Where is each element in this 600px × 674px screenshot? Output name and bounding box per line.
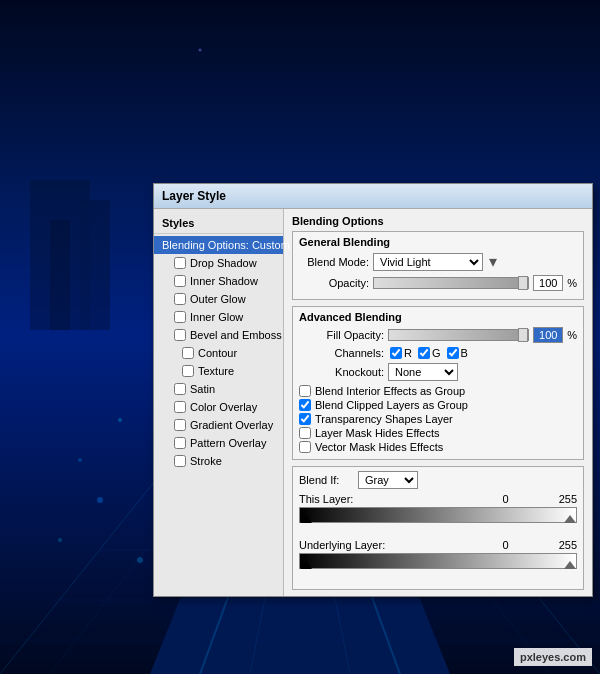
- style-item-inner-shadow[interactable]: Inner Shadow: [154, 272, 283, 290]
- channel-g-checkbox[interactable]: [418, 347, 430, 359]
- channel-r-label: R: [404, 347, 412, 359]
- style-item-color-overlay[interactable]: Color Overlay: [154, 398, 283, 416]
- style-item-bevel-emboss[interactable]: Bevel and Emboss: [154, 326, 283, 344]
- advanced-blending-group: Advanced Blending Fill Opacity: % Channe…: [292, 306, 584, 460]
- knockout-select[interactable]: None Shallow Deep: [388, 363, 458, 381]
- blend-clipped-layers-checkbox[interactable]: [299, 399, 311, 411]
- pattern-overlay-checkbox[interactable]: [174, 437, 186, 449]
- channel-r-group: R: [390, 347, 412, 359]
- style-item-blending-options[interactable]: Blending Options: Custom: [154, 236, 283, 254]
- this-layer-gradient-track[interactable]: [299, 507, 577, 523]
- underlying-layer-max: 255: [559, 539, 577, 551]
- this-layer-label: This Layer:: [299, 493, 389, 505]
- styles-header: Styles: [154, 213, 283, 234]
- style-item-texture[interactable]: Texture: [154, 362, 283, 380]
- opacity-slider[interactable]: [373, 277, 529, 289]
- style-item-label: Blending Options: Custom: [162, 239, 290, 251]
- channel-g-label: G: [432, 347, 441, 359]
- channel-b-label: B: [461, 347, 468, 359]
- style-item-label: Satin: [190, 383, 215, 395]
- transparency-shapes-checkbox[interactable]: [299, 413, 311, 425]
- transparency-shapes-row: Transparency Shapes Layer: [299, 413, 577, 425]
- vector-mask-hides-label: Vector Mask Hides Effects: [315, 441, 443, 453]
- style-item-label: Drop Shadow: [190, 257, 257, 269]
- opacity-value[interactable]: 100: [533, 275, 563, 291]
- style-item-label: Gradient Overlay: [190, 419, 273, 431]
- outer-glow-checkbox[interactable]: [174, 293, 186, 305]
- opacity-row: Opacity: 100 %: [299, 275, 577, 291]
- style-item-satin[interactable]: Satin: [154, 380, 283, 398]
- underlying-layer-gradient-track[interactable]: [299, 553, 577, 569]
- transparency-shapes-label: Transparency Shapes Layer: [315, 413, 453, 425]
- style-item-outer-glow[interactable]: Outer Glow: [154, 290, 283, 308]
- blend-mode-label: Blend Mode:: [299, 256, 369, 268]
- this-layer-right-handle[interactable]: [564, 515, 576, 523]
- blend-clipped-layers-label: Blend Clipped Layers as Group: [315, 399, 468, 411]
- fill-opacity-percent: %: [567, 329, 577, 341]
- opacity-percent: %: [567, 277, 577, 289]
- this-layer-values: 0 255: [503, 493, 577, 505]
- gradient-overlay-checkbox[interactable]: [174, 419, 186, 431]
- stroke-checkbox[interactable]: [174, 455, 186, 467]
- style-item-inner-glow[interactable]: Inner Glow: [154, 308, 283, 326]
- style-item-gradient-overlay[interactable]: Gradient Overlay: [154, 416, 283, 434]
- blend-interior-effects-row: Blend Interior Effects as Group: [299, 385, 577, 397]
- inner-glow-checkbox[interactable]: [174, 311, 186, 323]
- blend-if-select[interactable]: Gray Red Green Blue: [358, 471, 418, 489]
- style-item-label: Contour: [198, 347, 237, 359]
- blend-interior-effects-label: Blend Interior Effects as Group: [315, 385, 465, 397]
- underlying-layer-right-handle[interactable]: [564, 561, 576, 569]
- general-blending-group: General Blending Blend Mode: Vivid Light…: [292, 231, 584, 300]
- style-item-stroke[interactable]: Stroke: [154, 452, 283, 470]
- svg-point-8: [118, 418, 122, 422]
- svg-point-10: [97, 497, 103, 503]
- channel-b-checkbox[interactable]: [447, 347, 459, 359]
- style-item-label: Stroke: [190, 455, 222, 467]
- style-item-label: Texture: [198, 365, 234, 377]
- channel-r-checkbox[interactable]: [390, 347, 402, 359]
- underlying-layer-left-handle[interactable]: [300, 561, 312, 569]
- texture-checkbox[interactable]: [182, 365, 194, 377]
- underlying-layer-label: Underlying Layer:: [299, 539, 389, 551]
- style-item-label: Bevel and Emboss: [190, 329, 282, 341]
- layer-mask-hides-checkbox[interactable]: [299, 427, 311, 439]
- inner-shadow-checkbox[interactable]: [174, 275, 186, 287]
- channel-b-group: B: [447, 347, 468, 359]
- svg-point-11: [58, 538, 62, 542]
- style-item-pattern-overlay[interactable]: Pattern Overlay: [154, 434, 283, 452]
- vector-mask-hides-row: Vector Mask Hides Effects: [299, 441, 577, 453]
- drop-shadow-checkbox[interactable]: [174, 257, 186, 269]
- layer-style-dialog: Layer Style Styles Blending Options: Cus…: [153, 183, 593, 597]
- svg-point-17: [199, 49, 202, 52]
- blend-if-section: Blend If: Gray Red Green Blue This Layer…: [292, 466, 584, 590]
- satin-checkbox[interactable]: [174, 383, 186, 395]
- contour-checkbox[interactable]: [182, 347, 194, 359]
- blend-if-row: Blend If: Gray Red Green Blue: [299, 471, 577, 489]
- dialog-body: Styles Blending Options: Custom Drop Sha…: [154, 209, 592, 596]
- style-item-label: Pattern Overlay: [190, 437, 266, 449]
- blend-if-label: Blend If:: [299, 474, 354, 486]
- blend-mode-dropdown-icon: ▾: [489, 252, 497, 271]
- options-panel: Blending Options General Blending Blend …: [284, 209, 592, 596]
- style-item-contour[interactable]: Contour: [154, 344, 283, 362]
- blend-mode-select[interactable]: Vivid Light Normal Dissolve Multiply Scr…: [373, 253, 483, 271]
- bevel-emboss-checkbox[interactable]: [174, 329, 186, 341]
- fill-opacity-row: Fill Opacity: %: [299, 327, 577, 343]
- vector-mask-hides-checkbox[interactable]: [299, 441, 311, 453]
- blend-interior-effects-checkbox[interactable]: [299, 385, 311, 397]
- svg-rect-6: [80, 200, 110, 330]
- color-overlay-checkbox[interactable]: [174, 401, 186, 413]
- advanced-blending-title: Advanced Blending: [299, 311, 577, 323]
- layer-mask-hides-label: Layer Mask Hides Effects: [315, 427, 440, 439]
- channels-label: Channels:: [299, 347, 384, 359]
- svg-rect-5: [50, 220, 70, 330]
- fill-opacity-value[interactable]: [533, 327, 563, 343]
- this-layer-left-handle[interactable]: [300, 515, 312, 523]
- underlying-layer-container: Underlying Layer: 0 255: [299, 539, 577, 579]
- knockout-row: Knockout: None Shallow Deep: [299, 363, 577, 381]
- this-layer-min: 0: [503, 493, 509, 505]
- fill-opacity-slider[interactable]: [388, 329, 529, 341]
- underlying-layer-label-row: Underlying Layer: 0 255: [299, 539, 577, 551]
- style-item-drop-shadow[interactable]: Drop Shadow: [154, 254, 283, 272]
- underlying-layer-min: 0: [503, 539, 509, 551]
